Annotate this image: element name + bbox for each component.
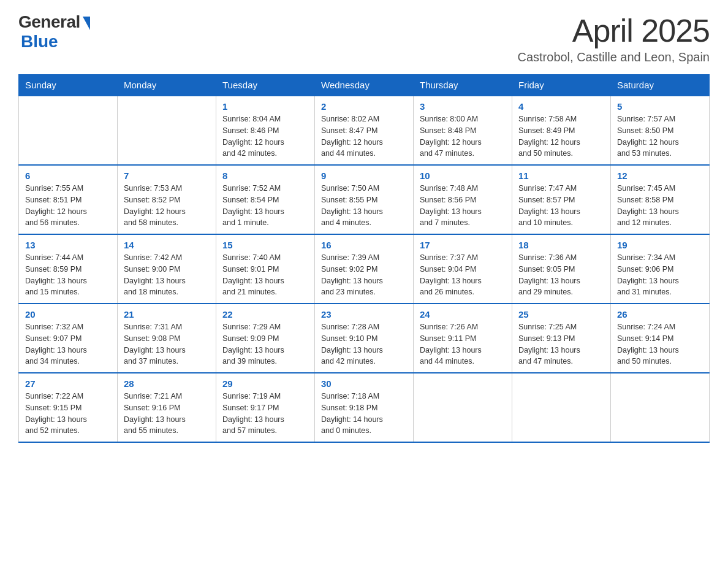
day-info: Sunrise: 8:00 AM Sunset: 8:48 PM Dayligh… bbox=[420, 113, 506, 159]
calendar-cell: 28Sunrise: 7:21 AM Sunset: 9:16 PM Dayli… bbox=[118, 373, 216, 442]
day-number: 25 bbox=[518, 309, 604, 320]
calendar-cell: 5Sunrise: 7:57 AM Sunset: 8:50 PM Daylig… bbox=[611, 96, 710, 165]
day-number: 18 bbox=[518, 240, 604, 250]
calendar-cell: 8Sunrise: 7:52 AM Sunset: 8:54 PM Daylig… bbox=[216, 165, 315, 234]
location-title: Castrobol, Castille and Leon, Spain bbox=[517, 50, 710, 64]
calendar-week-row: 6Sunrise: 7:55 AM Sunset: 8:51 PM Daylig… bbox=[19, 165, 710, 234]
calendar-cell: 16Sunrise: 7:39 AM Sunset: 9:02 PM Dayli… bbox=[315, 234, 414, 304]
calendar-header-wednesday: Wednesday bbox=[315, 75, 414, 96]
day-info: Sunrise: 7:18 AM Sunset: 9:18 PM Dayligh… bbox=[321, 391, 407, 437]
day-info: Sunrise: 8:02 AM Sunset: 8:47 PM Dayligh… bbox=[321, 113, 407, 159]
day-info: Sunrise: 7:22 AM Sunset: 9:15 PM Dayligh… bbox=[25, 391, 111, 437]
calendar-cell: 10Sunrise: 7:48 AM Sunset: 8:56 PM Dayli… bbox=[414, 165, 512, 234]
calendar-header-friday: Friday bbox=[512, 75, 611, 96]
day-number: 22 bbox=[222, 309, 308, 320]
day-number: 28 bbox=[124, 378, 210, 389]
calendar-cell: 2Sunrise: 8:02 AM Sunset: 8:47 PM Daylig… bbox=[315, 96, 414, 165]
logo: General Blue bbox=[18, 12, 90, 52]
calendar-cell: 21Sunrise: 7:31 AM Sunset: 9:08 PM Dayli… bbox=[118, 304, 216, 373]
calendar-week-row: 20Sunrise: 7:32 AM Sunset: 9:07 PM Dayli… bbox=[19, 304, 710, 373]
day-info: Sunrise: 7:36 AM Sunset: 9:05 PM Dayligh… bbox=[518, 252, 604, 298]
calendar-header-row: SundayMondayTuesdayWednesdayThursdayFrid… bbox=[19, 75, 710, 96]
calendar-cell: 7Sunrise: 7:53 AM Sunset: 8:52 PM Daylig… bbox=[118, 165, 216, 234]
day-number: 6 bbox=[25, 170, 111, 181]
calendar-cell: 6Sunrise: 7:55 AM Sunset: 8:51 PM Daylig… bbox=[19, 165, 118, 234]
day-info: Sunrise: 7:40 AM Sunset: 9:01 PM Dayligh… bbox=[222, 252, 308, 298]
calendar-week-row: 13Sunrise: 7:44 AM Sunset: 8:59 PM Dayli… bbox=[19, 234, 710, 304]
day-info: Sunrise: 7:32 AM Sunset: 9:07 PM Dayligh… bbox=[25, 321, 111, 367]
calendar-cell: 27Sunrise: 7:22 AM Sunset: 9:15 PM Dayli… bbox=[19, 373, 118, 442]
day-number: 1 bbox=[222, 101, 308, 112]
day-info: Sunrise: 7:44 AM Sunset: 8:59 PM Dayligh… bbox=[25, 252, 111, 298]
day-number: 10 bbox=[420, 170, 506, 181]
day-number: 13 bbox=[25, 240, 111, 250]
calendar-header-thursday: Thursday bbox=[414, 75, 512, 96]
day-number: 12 bbox=[617, 170, 703, 181]
day-info: Sunrise: 7:52 AM Sunset: 8:54 PM Dayligh… bbox=[222, 183, 308, 229]
calendar-header-tuesday: Tuesday bbox=[216, 75, 315, 96]
day-info: Sunrise: 7:42 AM Sunset: 9:00 PM Dayligh… bbox=[124, 252, 210, 298]
calendar-cell: 23Sunrise: 7:28 AM Sunset: 9:10 PM Dayli… bbox=[315, 304, 414, 373]
day-info: Sunrise: 7:21 AM Sunset: 9:16 PM Dayligh… bbox=[124, 391, 210, 437]
day-info: Sunrise: 7:24 AM Sunset: 9:14 PM Dayligh… bbox=[617, 321, 703, 367]
calendar-cell: 4Sunrise: 7:58 AM Sunset: 8:49 PM Daylig… bbox=[512, 96, 611, 165]
day-info: Sunrise: 7:45 AM Sunset: 8:58 PM Dayligh… bbox=[617, 183, 703, 229]
day-info: Sunrise: 7:48 AM Sunset: 8:56 PM Dayligh… bbox=[420, 183, 506, 229]
calendar-cell: 29Sunrise: 7:19 AM Sunset: 9:17 PM Dayli… bbox=[216, 373, 315, 442]
calendar-cell bbox=[118, 96, 216, 165]
calendar-header-sunday: Sunday bbox=[19, 75, 118, 96]
page-header: General Blue April 2025 Castrobol, Casti… bbox=[18, 12, 710, 64]
calendar-cell: 30Sunrise: 7:18 AM Sunset: 9:18 PM Dayli… bbox=[315, 373, 414, 442]
day-info: Sunrise: 7:50 AM Sunset: 8:55 PM Dayligh… bbox=[321, 183, 407, 229]
day-info: Sunrise: 7:37 AM Sunset: 9:04 PM Dayligh… bbox=[420, 252, 506, 298]
calendar-cell: 11Sunrise: 7:47 AM Sunset: 8:57 PM Dayli… bbox=[512, 165, 611, 234]
day-info: Sunrise: 7:53 AM Sunset: 8:52 PM Dayligh… bbox=[124, 183, 210, 229]
calendar-cell: 25Sunrise: 7:25 AM Sunset: 9:13 PM Dayli… bbox=[512, 304, 611, 373]
calendar-cell bbox=[611, 373, 710, 442]
day-number: 9 bbox=[321, 170, 407, 181]
day-number: 24 bbox=[420, 309, 506, 320]
day-info: Sunrise: 7:31 AM Sunset: 9:08 PM Dayligh… bbox=[124, 321, 210, 367]
calendar-cell: 26Sunrise: 7:24 AM Sunset: 9:14 PM Dayli… bbox=[611, 304, 710, 373]
calendar-cell: 3Sunrise: 8:00 AM Sunset: 8:48 PM Daylig… bbox=[414, 96, 512, 165]
day-number: 20 bbox=[25, 309, 111, 320]
calendar-header-saturday: Saturday bbox=[611, 75, 710, 96]
calendar-cell: 19Sunrise: 7:34 AM Sunset: 9:06 PM Dayli… bbox=[611, 234, 710, 304]
calendar-cell: 14Sunrise: 7:42 AM Sunset: 9:00 PM Dayli… bbox=[118, 234, 216, 304]
day-number: 15 bbox=[222, 240, 308, 250]
title-section: April 2025 Castrobol, Castille and Leon,… bbox=[517, 12, 710, 64]
day-number: 4 bbox=[518, 101, 604, 112]
logo-general-text: General bbox=[18, 12, 80, 32]
day-info: Sunrise: 7:28 AM Sunset: 9:10 PM Dayligh… bbox=[321, 321, 407, 367]
logo-blue-text: Blue bbox=[21, 32, 90, 52]
calendar-cell: 1Sunrise: 8:04 AM Sunset: 8:46 PM Daylig… bbox=[216, 96, 315, 165]
day-number: 26 bbox=[617, 309, 703, 320]
calendar-table: SundayMondayTuesdayWednesdayThursdayFrid… bbox=[18, 74, 710, 443]
day-number: 21 bbox=[124, 309, 210, 320]
day-info: Sunrise: 7:34 AM Sunset: 9:06 PM Dayligh… bbox=[617, 252, 703, 298]
calendar-cell: 22Sunrise: 7:29 AM Sunset: 9:09 PM Dayli… bbox=[216, 304, 315, 373]
calendar-header-monday: Monday bbox=[118, 75, 216, 96]
calendar-cell: 15Sunrise: 7:40 AM Sunset: 9:01 PM Dayli… bbox=[216, 234, 315, 304]
calendar-cell bbox=[512, 373, 611, 442]
calendar-week-row: 1Sunrise: 8:04 AM Sunset: 8:46 PM Daylig… bbox=[19, 96, 710, 165]
day-number: 3 bbox=[420, 101, 506, 112]
day-info: Sunrise: 7:55 AM Sunset: 8:51 PM Dayligh… bbox=[25, 183, 111, 229]
day-info: Sunrise: 7:39 AM Sunset: 9:02 PM Dayligh… bbox=[321, 252, 407, 298]
calendar-cell: 20Sunrise: 7:32 AM Sunset: 9:07 PM Dayli… bbox=[19, 304, 118, 373]
calendar-cell bbox=[19, 96, 118, 165]
day-number: 23 bbox=[321, 309, 407, 320]
day-info: Sunrise: 7:26 AM Sunset: 9:11 PM Dayligh… bbox=[420, 321, 506, 367]
day-number: 7 bbox=[124, 170, 210, 181]
day-info: Sunrise: 8:04 AM Sunset: 8:46 PM Dayligh… bbox=[222, 113, 308, 159]
day-number: 27 bbox=[25, 378, 111, 389]
day-info: Sunrise: 7:19 AM Sunset: 9:17 PM Dayligh… bbox=[222, 391, 308, 437]
day-number: 30 bbox=[321, 378, 407, 389]
day-number: 29 bbox=[222, 378, 308, 389]
day-number: 14 bbox=[124, 240, 210, 250]
day-info: Sunrise: 7:47 AM Sunset: 8:57 PM Dayligh… bbox=[518, 183, 604, 229]
day-number: 17 bbox=[420, 240, 506, 250]
calendar-cell: 9Sunrise: 7:50 AM Sunset: 8:55 PM Daylig… bbox=[315, 165, 414, 234]
month-title: April 2025 bbox=[517, 12, 710, 49]
day-info: Sunrise: 7:29 AM Sunset: 9:09 PM Dayligh… bbox=[222, 321, 308, 367]
